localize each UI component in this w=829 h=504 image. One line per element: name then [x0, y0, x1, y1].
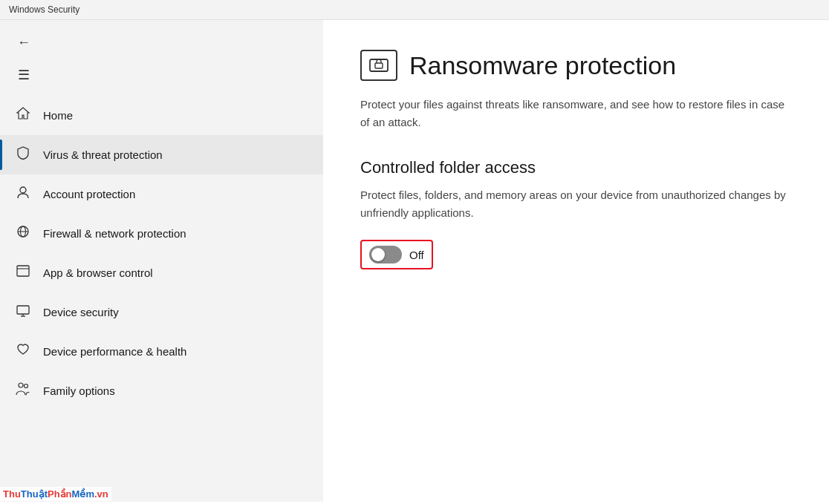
title-bar: Windows Security: [0, 0, 829, 20]
firewall-icon: [15, 224, 31, 243]
ransomware-icon: [360, 50, 397, 81]
sidebar: ← ☰ Home Virus & threat protection: [0, 20, 323, 502]
watermark: ThuThuậtPhầnMềm.vn: [0, 487, 111, 501]
sidebar-label-app-browser: App & browser control: [43, 266, 153, 279]
sidebar-item-home[interactable]: Home: [0, 96, 323, 135]
section-description: Protect files, folders, and memory areas…: [360, 186, 791, 222]
sidebar-top: ← ☰: [0, 20, 323, 93]
svg-rect-4: [17, 266, 29, 276]
nav-list: Home Virus & threat protection Acco: [0, 96, 323, 410]
account-icon: [15, 185, 31, 203]
page-description: Protect your files against threats like …: [360, 96, 792, 131]
device-health-icon: [15, 342, 31, 361]
controlled-folder-toggle[interactable]: [369, 246, 402, 264]
app-title: Windows Security: [9, 4, 79, 15]
device-security-icon: [15, 303, 31, 321]
svg-rect-12: [375, 63, 383, 68]
svg-point-9: [19, 383, 23, 387]
sidebar-label-device-health: Device performance & health: [43, 345, 186, 358]
toggle-label: Off: [409, 249, 424, 261]
svg-rect-6: [17, 306, 29, 314]
sidebar-item-family[interactable]: Family options: [0, 371, 323, 410]
home-icon: [15, 106, 31, 125]
app-browser-icon: [15, 264, 31, 282]
sidebar-label-virus: Virus & threat protection: [43, 148, 163, 161]
sidebar-item-device-security[interactable]: Device security: [0, 292, 323, 332]
back-button[interactable]: ←: [12, 30, 36, 54]
svg-rect-11: [370, 59, 388, 71]
hamburger-button[interactable]: ☰: [12, 63, 36, 87]
sidebar-label-family: Family options: [43, 384, 115, 397]
toggle-container[interactable]: Off: [360, 240, 433, 269]
svg-point-0: [20, 187, 26, 193]
sidebar-item-app-browser[interactable]: App & browser control: [0, 253, 323, 292]
sidebar-label-home: Home: [43, 109, 73, 122]
main-content: Ransomware protection Protect your files…: [323, 20, 829, 502]
section-title: Controlled folder access: [360, 158, 792, 177]
toggle-row: Off: [360, 240, 792, 269]
toggle-thumb: [371, 248, 385, 261]
sidebar-item-account[interactable]: Account protection: [0, 174, 323, 214]
sidebar-item-device-health[interactable]: Device performance & health: [0, 332, 323, 371]
svg-point-10: [25, 384, 28, 388]
sidebar-item-virus[interactable]: Virus & threat protection: [0, 135, 323, 174]
sidebar-item-firewall[interactable]: Firewall & network protection: [0, 214, 323, 253]
page-title: Ransomware protection: [409, 51, 676, 80]
family-icon: [15, 382, 31, 400]
sidebar-label-firewall: Firewall & network protection: [43, 227, 186, 240]
shield-icon: [15, 145, 31, 164]
sidebar-label-account: Account protection: [43, 188, 135, 200]
sidebar-label-device-security: Device security: [43, 306, 119, 318]
page-header: Ransomware protection: [360, 50, 792, 81]
toggle-track: [369, 246, 402, 264]
app-container: ← ☰ Home Virus & threat protection: [0, 20, 829, 502]
